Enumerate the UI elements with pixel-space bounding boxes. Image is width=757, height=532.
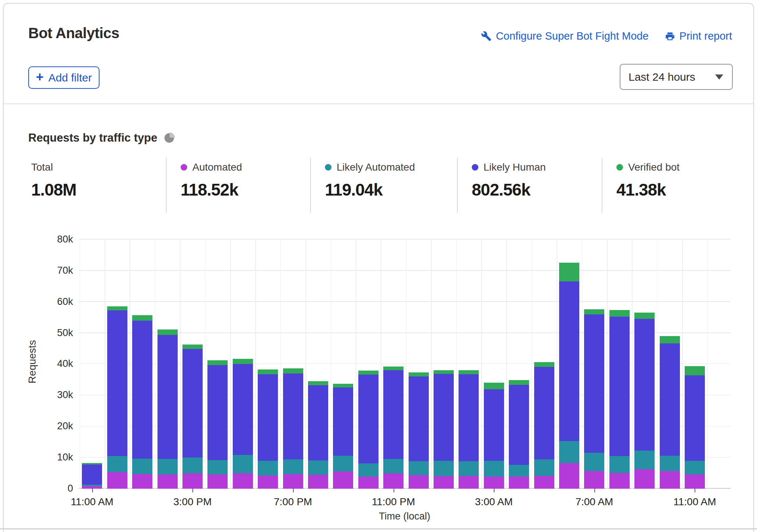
printer-icon [665, 31, 675, 41]
chevron-down-icon [715, 74, 723, 80]
time-range-value: Last 24 hours [629, 71, 695, 83]
traffic-type-stats: Total 1.08M Automated 118.52k Likely Aut… [28, 158, 733, 213]
configure-super-bot-fight-mode-link[interactable]: Configure Super Bot Fight Mode [481, 30, 649, 42]
print-report-link[interactable]: Print report [665, 30, 732, 42]
page-title: Bot Analytics [28, 25, 119, 41]
likely-automated-legend-dot [325, 164, 332, 171]
stat-total: Total 1.08M [28, 158, 166, 213]
stat-likely-human-label: Likely Human [483, 161, 546, 173]
section-title: Requests by traffic type [28, 131, 157, 145]
wrench-icon [481, 31, 492, 41]
stat-total-value: 1.08M [31, 180, 166, 200]
header-divider [4, 103, 753, 104]
section-title-row: Requests by traffic type [28, 131, 174, 145]
stat-automated-value: 118.52k [181, 180, 310, 200]
panel-header: Bot Analytics Configure Super Bot Fight … [4, 4, 753, 103]
print-link-label: Print report [680, 30, 732, 42]
stat-verified-bot-value: 41.38k [616, 180, 680, 200]
bot-analytics-panel: Bot Analytics Configure Super Bot Fight … [3, 3, 754, 532]
likely-human-legend-dot [472, 164, 478, 171]
automated-legend-dot [181, 164, 187, 171]
stat-likely-automated: Likely Automated 119.04k [310, 158, 457, 213]
stat-likely-automated-label: Likely Automated [337, 161, 415, 173]
configure-link-label: Configure Super Bot Fight Mode [496, 30, 649, 42]
stat-automated-label: Automated [192, 161, 242, 173]
verified-bot-legend-dot [616, 164, 623, 171]
stat-total-label: Total [31, 161, 53, 173]
plus-icon: + [36, 70, 44, 84]
stat-likely-human-value: 802.56k [472, 180, 602, 200]
time-range-dropdown[interactable]: Last 24 hours [620, 64, 733, 90]
stat-likely-human: Likely Human 802.56k [457, 158, 602, 213]
bottom-divider [0, 528, 757, 529]
stat-verified-bot-label: Verified bot [628, 161, 680, 173]
add-filter-button[interactable]: + Add filter [28, 66, 99, 89]
stat-verified-bot: Verified bot 41.38k [602, 158, 680, 213]
pie-chart-icon [164, 133, 174, 143]
stat-automated: Automated 118.52k [166, 158, 310, 213]
add-filter-label: Add filter [48, 72, 92, 84]
header-links: Configure Super Bot Fight Mode Print rep… [481, 30, 732, 42]
stat-likely-automated-value: 119.04k [325, 180, 457, 200]
